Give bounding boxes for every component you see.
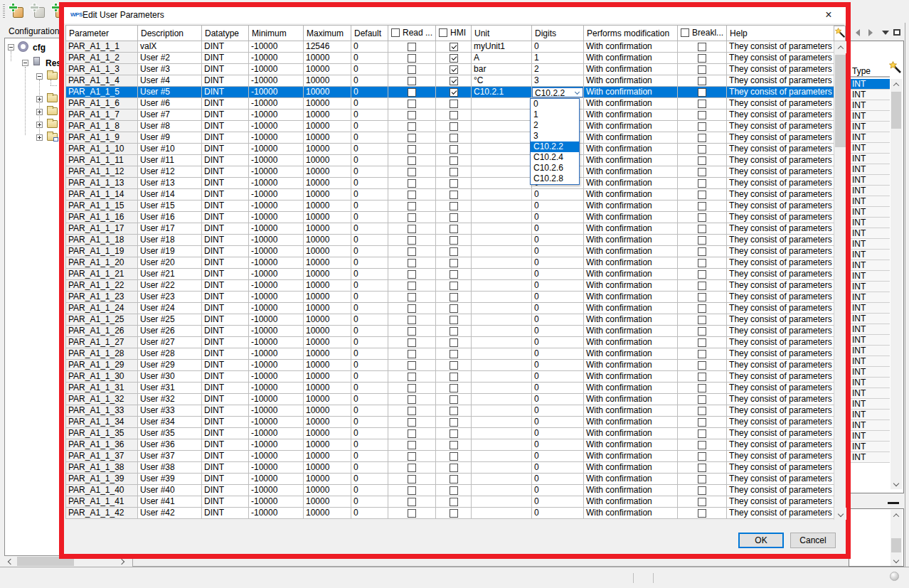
parameter-cell[interactable]: PAR_A1_1_32 xyxy=(66,394,138,405)
datatype-cell[interactable]: DINT xyxy=(202,121,249,132)
param-row[interactable]: PAR_A1_1_21User #21DINT-100001000000With… xyxy=(66,269,844,280)
unit-cell[interactable] xyxy=(472,360,532,371)
parameter-cell[interactable]: PAR_A1_1_11 xyxy=(66,155,138,166)
read-header-checkbox[interactable] xyxy=(391,28,400,37)
digits-cell[interactable]: 0 xyxy=(532,235,584,246)
unit-cell[interactable] xyxy=(472,121,532,132)
read-checkbox[interactable] xyxy=(408,373,416,381)
minimum-cell[interactable]: -10000 xyxy=(249,303,304,314)
help-cell[interactable]: They consist of parameters ... xyxy=(727,201,844,212)
parameter-cell[interactable]: PAR_A1_1_10 xyxy=(66,144,138,155)
unit-cell[interactable] xyxy=(472,178,532,189)
minimum-cell[interactable]: -10000 xyxy=(249,144,304,155)
description-cell[interactable]: User #14 xyxy=(138,189,202,201)
type-row[interactable]: INT xyxy=(851,314,890,324)
help-cell[interactable]: They consist of parameters ... xyxy=(727,235,844,246)
digits-cell[interactable]: 2 xyxy=(532,64,584,75)
parameter-cell[interactable]: PAR_A1_1_20 xyxy=(66,257,138,269)
performs-cell[interactable]: With confirmation xyxy=(584,246,678,257)
unit-cell[interactable] xyxy=(472,383,532,394)
digits-cell[interactable]: 1 xyxy=(532,53,584,64)
read-checkbox[interactable] xyxy=(408,43,416,51)
help-cell[interactable]: They consist of parameters ... xyxy=(727,496,844,508)
help-cell[interactable]: They consist of parameters ... xyxy=(727,98,844,109)
param-row[interactable]: PAR_A1_1_32User #32DINT-100001000000With… xyxy=(66,394,844,405)
digits-cell[interactable]: 0 xyxy=(532,394,584,405)
description-cell[interactable]: User #10 xyxy=(138,144,202,155)
breaking-checkbox[interactable] xyxy=(698,111,706,119)
breaking-checkbox[interactable] xyxy=(698,54,706,63)
datatype-cell[interactable]: DINT xyxy=(202,223,249,235)
help-cell[interactable]: They consist of parameters ... xyxy=(727,326,844,337)
digits-cell[interactable]: 0 xyxy=(532,314,584,326)
scroll-left-button[interactable] xyxy=(5,556,16,567)
param-row[interactable]: PAR_A1_1_3User #3DINT-10000100000bar2Wit… xyxy=(66,64,844,75)
help-cell[interactable]: They consist of parameters ... xyxy=(727,87,844,98)
col-hmi[interactable]: HMI xyxy=(436,26,472,41)
scroll-up-button[interactable] xyxy=(891,79,902,90)
breaking-checkbox[interactable] xyxy=(698,293,706,301)
unit-cell[interactable] xyxy=(472,474,532,485)
minimum-cell[interactable]: -10000 xyxy=(249,485,304,496)
read-checkbox[interactable] xyxy=(408,441,416,449)
read-checkbox[interactable] xyxy=(408,395,416,404)
folder-icon[interactable] xyxy=(47,120,58,128)
breaking-checkbox[interactable] xyxy=(698,202,706,210)
maximum-cell[interactable]: 10000 xyxy=(304,257,351,269)
type-row[interactable]: INT xyxy=(851,100,890,111)
type-row[interactable]: INT xyxy=(851,250,890,260)
param-row[interactable]: PAR_A1_1_40User #40DINT-100001000000With… xyxy=(66,485,844,496)
unit-cell[interactable]: A xyxy=(472,53,532,64)
hmi-checkbox[interactable] xyxy=(450,338,458,347)
maximum-cell[interactable]: 10000 xyxy=(304,303,351,314)
unit-cell[interactable] xyxy=(472,223,532,235)
unit-cell[interactable] xyxy=(472,257,532,269)
help-cell[interactable]: They consist of parameters ... xyxy=(727,348,844,360)
unit-cell[interactable] xyxy=(472,371,532,383)
maximum-cell[interactable]: 10000 xyxy=(304,75,351,87)
parameter-cell[interactable]: PAR_A1_1_39 xyxy=(66,474,138,485)
description-cell[interactable]: User #40 xyxy=(138,485,202,496)
param-row[interactable]: PAR_A1_1_30User #30DINT-100001000000With… xyxy=(66,371,844,383)
digits-cell[interactable]: 0 xyxy=(532,428,584,439)
read-checkbox[interactable] xyxy=(408,77,416,85)
unit-cell[interactable] xyxy=(472,303,532,314)
datatype-cell[interactable]: DINT xyxy=(202,474,249,485)
parameter-cell[interactable]: PAR_A1_1_36 xyxy=(66,439,138,451)
description-cell[interactable]: User #7 xyxy=(138,109,202,121)
read-checkbox[interactable] xyxy=(408,498,416,506)
maximum-cell[interactable]: 10000 xyxy=(304,439,351,451)
param-row[interactable]: PAR_A1_1_27User #27DINT-100001000000With… xyxy=(66,337,844,348)
type-row[interactable]: INT xyxy=(851,271,890,282)
parameter-cell[interactable]: PAR_A1_1_31 xyxy=(66,383,138,394)
digits-cell[interactable]: 0 xyxy=(532,439,584,451)
performs-cell[interactable]: With confirmation xyxy=(584,496,678,508)
help-cell[interactable]: They consist of parameters ... xyxy=(727,428,844,439)
unit-cell[interactable] xyxy=(472,394,532,405)
read-checkbox[interactable] xyxy=(408,225,416,233)
read-checkbox[interactable] xyxy=(408,293,416,301)
help-cell[interactable]: They consist of parameters ... xyxy=(727,337,844,348)
help-cell[interactable]: They consist of parameters ... xyxy=(727,371,844,383)
maximum-cell[interactable]: 12546 xyxy=(304,41,351,53)
datatype-cell[interactable]: DINT xyxy=(202,166,249,178)
col-default[interactable]: Default xyxy=(351,26,388,41)
default-cell[interactable]: 0 xyxy=(351,87,388,98)
description-cell[interactable]: User #12 xyxy=(138,166,202,178)
dropdown-option[interactable]: C10.2.4 xyxy=(531,152,579,163)
description-cell[interactable]: User #37 xyxy=(138,451,202,462)
maximum-cell[interactable]: 10000 xyxy=(304,383,351,394)
breaking-header-checkbox[interactable] xyxy=(681,28,689,37)
type-vscrollbar[interactable] xyxy=(891,79,902,489)
description-cell[interactable]: User #42 xyxy=(138,508,202,519)
type-row[interactable]: INT xyxy=(851,196,890,207)
help-cell[interactable]: They consist of parameters ... xyxy=(727,269,844,280)
read-checkbox[interactable] xyxy=(408,486,416,495)
datatype-cell[interactable]: DINT xyxy=(202,75,249,87)
unit-cell[interactable] xyxy=(472,439,532,451)
description-cell[interactable]: User #3 xyxy=(138,64,202,75)
help-cell[interactable]: They consist of parameters ... xyxy=(727,314,844,326)
digits-cell[interactable]: 0 xyxy=(532,280,584,292)
datatype-cell[interactable]: DINT xyxy=(202,292,249,303)
digits-cell[interactable]: 0 xyxy=(532,348,584,360)
